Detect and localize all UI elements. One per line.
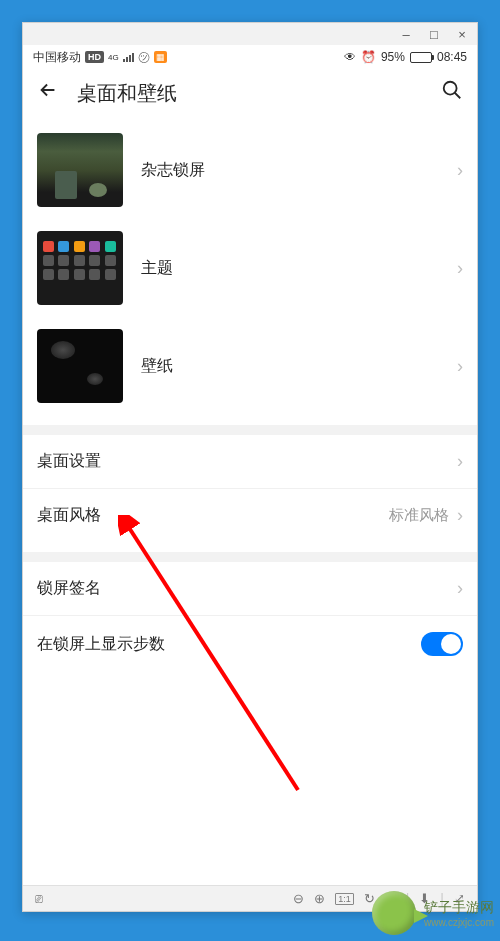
scale-label[interactable]: 1:1 — [335, 893, 354, 905]
item-label: 壁纸 — [141, 356, 457, 377]
chevron-right-icon: › — [457, 160, 463, 181]
chevron-right-icon: › — [457, 258, 463, 279]
battery-percent: 95% — [381, 50, 405, 64]
chevron-right-icon: › — [457, 356, 463, 377]
window-maximize-button[interactable]: □ — [427, 27, 441, 42]
page-title: 桌面和壁纸 — [77, 80, 423, 107]
list-item-lockscreen-signature[interactable]: 锁屏签名 › — [23, 562, 477, 616]
window-minimize-button[interactable]: – — [399, 27, 413, 42]
list-item-wallpaper[interactable]: 壁纸 › — [23, 317, 477, 415]
watermark-logo-icon — [372, 891, 416, 935]
network-label: 4G — [108, 53, 119, 62]
steps-toggle[interactable] — [421, 632, 463, 656]
list-item-magazine-lockscreen[interactable]: 杂志锁屏 › — [23, 121, 477, 219]
zoom-in-icon[interactable]: ⊕ — [314, 891, 325, 906]
theme-thumbnail — [37, 231, 123, 305]
hd-badge: HD — [85, 51, 104, 63]
item-value: 标准风格 — [389, 506, 449, 525]
app-badge-icon: ▦ — [154, 51, 167, 63]
item-label: 桌面设置 — [37, 451, 457, 472]
list-item-theme[interactable]: 主题 › — [23, 219, 477, 317]
item-label: 桌面风格 — [37, 505, 389, 526]
clock-time: 08:45 — [437, 50, 467, 64]
battery-icon — [410, 52, 432, 63]
zoom-out-icon[interactable]: ⊖ — [293, 891, 304, 906]
item-label: 锁屏签名 — [37, 578, 457, 599]
list-item-desktop-style[interactable]: 桌面风格 标准风格 › — [23, 489, 477, 542]
lockscreen-section: 锁屏签名 › 在锁屏上显示步数 — [23, 562, 477, 672]
watermark: 铲子手游网 www.czjxjc.com — [372, 891, 494, 935]
monitor-icon[interactable]: ⎚ — [35, 891, 43, 906]
wallpaper-thumbnail — [37, 329, 123, 403]
item-label: 杂志锁屏 — [141, 160, 457, 181]
search-button[interactable] — [441, 79, 463, 107]
watermark-url: www.czjxjc.com — [424, 917, 494, 928]
globe-icon: ㋡ — [138, 49, 150, 66]
chevron-right-icon: › — [457, 451, 463, 472]
list-item-desktop-settings[interactable]: 桌面设置 › — [23, 435, 477, 489]
signal-icon — [123, 52, 134, 62]
item-label: 在锁屏上显示步数 — [37, 634, 421, 655]
window-close-button[interactable]: × — [455, 27, 469, 42]
list-item-show-steps[interactable]: 在锁屏上显示步数 — [23, 616, 477, 672]
phone-screen: 中国移动 HD 4G ㋡ ▦ 👁 ⏰ 95% 08:45 桌面和壁纸 — [23, 45, 477, 885]
window-titlebar: – □ × — [23, 23, 477, 45]
eye-icon: 👁 — [344, 50, 356, 64]
chevron-right-icon: › — [457, 578, 463, 599]
page-header: 桌面和壁纸 — [23, 69, 477, 121]
item-label: 主题 — [141, 258, 457, 279]
themes-section: 杂志锁屏 › 主题 › 壁纸 › — [23, 121, 477, 415]
emulator-window: – □ × 中国移动 HD 4G ㋡ ▦ 👁 ⏰ 95% 08:45 — [22, 22, 478, 912]
magazine-thumbnail — [37, 133, 123, 207]
watermark-text: 铲子手游网 — [424, 899, 494, 917]
alarm-icon: ⏰ — [361, 50, 376, 64]
desktop-section: 桌面设置 › 桌面风格 标准风格 › — [23, 435, 477, 542]
svg-point-0 — [444, 82, 457, 95]
chevron-right-icon: › — [457, 505, 463, 526]
carrier-label: 中国移动 — [33, 49, 81, 66]
back-button[interactable] — [37, 79, 59, 107]
status-bar: 中国移动 HD 4G ㋡ ▦ 👁 ⏰ 95% 08:45 — [23, 45, 477, 69]
